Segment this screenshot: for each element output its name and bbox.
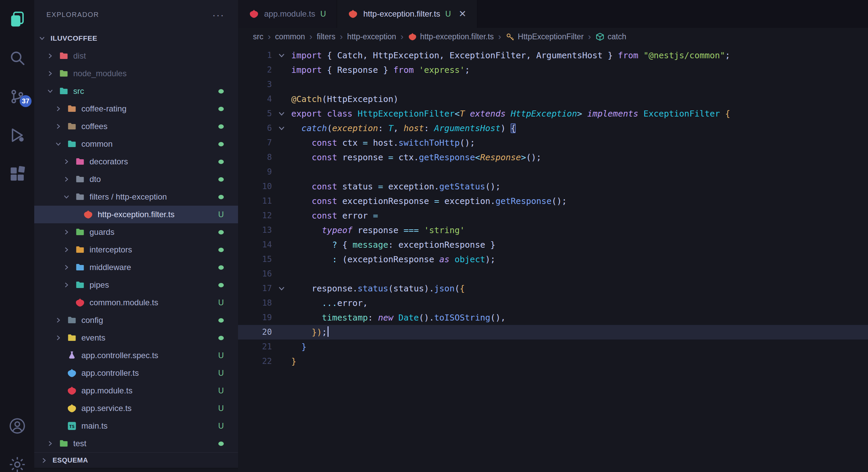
chevron-down-icon[interactable] <box>63 193 75 201</box>
code-line-5[interactable]: 5export class HttpExceptionFilter<T exte… <box>238 106 868 121</box>
tree-item-pipes[interactable]: pipes <box>34 276 238 294</box>
chevron-right-icon[interactable] <box>63 228 75 236</box>
breadcrumb-label: http-exception <box>347 32 396 41</box>
chevron-right-icon[interactable] <box>63 158 75 166</box>
tab-label: app.module.ts <box>264 9 315 19</box>
run-and-debug-icon[interactable] <box>0 116 34 155</box>
tree-item-main-ts[interactable]: TSmain.tsU <box>34 417 238 435</box>
chevron-right-icon[interactable] <box>55 316 67 324</box>
chevron-right-icon[interactable] <box>55 122 67 130</box>
project-section-iluvcoffee[interactable]: ILUVCOFFEE <box>34 29 238 47</box>
tree-item-node-modules[interactable]: node_modules <box>34 65 238 82</box>
code-line-13[interactable]: 13 typeof response === 'string' <box>238 223 868 238</box>
code-line-20[interactable]: 20 }); <box>238 325 868 340</box>
code-line-2[interactable]: 2import { Response } from 'express'; <box>238 63 868 77</box>
fold-chevron-icon[interactable] <box>272 121 291 136</box>
chevron-right-icon[interactable] <box>63 281 75 289</box>
fold-chevron-icon[interactable] <box>272 48 291 63</box>
tree-item-app-service-ts[interactable]: app.service.tsU <box>34 399 238 417</box>
code-line-8[interactable]: 8 const response = ctx.getResponse<Respo… <box>238 150 868 165</box>
extensions-icon[interactable] <box>0 155 34 193</box>
chevron-right-icon[interactable] <box>46 439 59 448</box>
code-line-15[interactable]: 15 : (exceptionResponse as object); <box>238 252 868 267</box>
tree-item-common[interactable]: common <box>34 135 238 153</box>
chevron-right-icon[interactable] <box>46 52 59 60</box>
fold-chevron-icon[interactable] <box>272 106 291 121</box>
code-line-3[interactable]: 3 <box>238 77 868 92</box>
breadcrumb-httpexceptionfilter[interactable]: HttpExceptionFilter <box>506 32 584 41</box>
tree-item-dto[interactable]: dto <box>34 170 238 188</box>
tree-item-app-controller-spec-ts[interactable]: app.controller.spec.tsU <box>34 347 238 364</box>
folder-icon <box>75 157 85 167</box>
tree-item-coffees[interactable]: coffees <box>34 118 238 135</box>
tree-item-app-module-ts[interactable]: app.module.tsU <box>34 382 238 399</box>
chevron-right-icon[interactable] <box>63 263 75 271</box>
tree-item-events[interactable]: events <box>34 329 238 347</box>
chevron-right-icon[interactable] <box>55 334 67 342</box>
modified-dot-badge <box>218 283 224 287</box>
tab-app-module-ts[interactable]: app.module.tsU <box>238 0 337 28</box>
chevron-down-icon[interactable] <box>55 140 67 148</box>
code-line-7[interactable]: 7 const ctx = host.switchToHttp(); <box>238 136 868 150</box>
breadcrumb-common[interactable]: common <box>275 32 305 41</box>
breadcrumb-catch[interactable]: catch <box>595 32 626 41</box>
code-line-17[interactable]: 17 response.status(status).json({ <box>238 281 868 296</box>
tree-item-app-controller-ts[interactable]: app.controller.tsU <box>34 364 238 382</box>
chevron-right-icon[interactable] <box>46 69 59 78</box>
code-line-21[interactable]: 21 } <box>238 340 868 354</box>
tree-item-config[interactable]: config <box>34 311 238 329</box>
code-line-22[interactable]: 22} <box>238 354 868 369</box>
search-icon[interactable] <box>0 39 34 77</box>
code-line-14[interactable]: 14 ? { message: exceptionResponse } <box>238 238 868 252</box>
chevron-right-icon[interactable] <box>63 246 75 254</box>
tree-item-filters-http-exception[interactable]: filters / http-exception <box>34 188 238 206</box>
tree-item-label: dto <box>90 175 101 184</box>
tree-item-interceptors[interactable]: interceptors <box>34 241 238 259</box>
code-line-10[interactable]: 10 const status = exception.getStatus(); <box>238 179 868 194</box>
tree-item-common-module-ts[interactable]: common.module.tsU <box>34 294 238 311</box>
tree-item-guards[interactable]: guards <box>34 223 238 241</box>
tree-item-http-exception-filter-ts[interactable]: http-exception.filter.tsU <box>34 206 238 223</box>
code-editor[interactable]: 1import { Catch, HttpException, Exceptio… <box>238 45 868 472</box>
code-line-4[interactable]: 4@Catch(HttpException) <box>238 92 868 106</box>
tree-item-label: events <box>81 333 105 343</box>
more-actions-icon[interactable]: ··· <box>212 12 224 18</box>
line-number: 9 <box>238 165 272 179</box>
tree-item-decorators[interactable]: decorators <box>34 153 238 170</box>
code-line-1[interactable]: 1import { Catch, HttpException, Exceptio… <box>238 48 868 63</box>
close-icon[interactable]: ✕ <box>459 8 467 19</box>
settings-icon[interactable] <box>0 445 34 472</box>
tree-item-middleware[interactable]: middleware <box>34 259 238 276</box>
chevron-down-icon[interactable] <box>46 87 59 95</box>
code-line-9[interactable]: 9 <box>238 165 868 179</box>
code-line-19[interactable]: 19 timestamp: new Date().toISOString(), <box>238 310 868 325</box>
breadcrumb-http-exception-filter-ts[interactable]: http-exception.filter.ts <box>408 32 494 41</box>
outline-section[interactable]: ESQUEMA <box>34 452 238 468</box>
tree-item-label: config <box>81 315 103 325</box>
fold-chevron-icon[interactable] <box>272 281 291 296</box>
code-line-18[interactable]: 18 ...error, <box>238 296 868 310</box>
tree-item-test[interactable]: test <box>34 435 238 452</box>
code-line-6[interactable]: 6 catch(exception: T, host: ArgumentsHos… <box>238 121 868 136</box>
breadcrumb-src[interactable]: src <box>253 32 263 41</box>
code-line-12[interactable]: 12 const error = <box>238 208 868 223</box>
chevron-right-icon[interactable] <box>63 175 75 183</box>
nest-file-icon <box>67 368 77 378</box>
tree-item-src[interactable]: src <box>34 82 238 100</box>
tab-http-exception-filter-ts[interactable]: http-exception.filter.tsU✕ <box>337 0 477 28</box>
source-control-icon[interactable]: 37 <box>0 77 34 116</box>
folder-icon <box>75 262 85 272</box>
breadcrumb-filters[interactable]: filters <box>317 32 335 41</box>
account-icon[interactable] <box>0 407 34 445</box>
tree-item-dist[interactable]: dist <box>34 47 238 65</box>
breadcrumb-http-exception[interactable]: http-exception <box>347 32 396 41</box>
code-line-11[interactable]: 11 const exceptionResponse = exception.g… <box>238 194 868 208</box>
tree-item-coffee-rating[interactable]: coffee-rating <box>34 100 238 118</box>
explorer-logo-icon[interactable] <box>0 0 34 39</box>
code-text: catch(exception: T, host: ArgumentsHost)… <box>291 121 516 136</box>
chevron-right-icon[interactable] <box>55 105 67 113</box>
code-text: } <box>291 354 296 369</box>
modified-dot-badge <box>218 265 224 270</box>
git-untracked-badge: U <box>218 386 224 395</box>
code-line-16[interactable]: 16 <box>238 267 868 281</box>
